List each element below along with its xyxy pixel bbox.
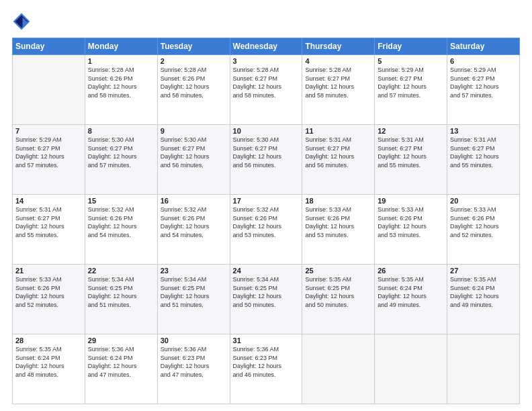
calendar-cell: 8Sunrise: 5:30 AM Sunset: 6:27 PM Daylig… — [85, 125, 157, 195]
day-info: Sunrise: 5:35 AM Sunset: 6:24 PM Dayligh… — [450, 275, 517, 309]
calendar-cell: 2Sunrise: 5:28 AM Sunset: 6:26 PM Daylig… — [157, 55, 230, 125]
calendar-cell: 30Sunrise: 5:36 AM Sunset: 6:23 PM Dayli… — [157, 334, 230, 404]
calendar-cell: 13Sunrise: 5:31 AM Sunset: 6:27 PM Dayli… — [447, 125, 520, 195]
calendar-cell: 16Sunrise: 5:32 AM Sunset: 6:26 PM Dayli… — [157, 195, 230, 265]
day-number: 2 — [161, 57, 227, 65]
weekday-friday: Friday — [375, 38, 447, 55]
calendar-table: SundayMondayTuesdayWednesdayThursdayFrid… — [12, 38, 520, 404]
day-number: 1 — [88, 57, 154, 65]
day-number: 11 — [305, 127, 371, 135]
day-number: 27 — [450, 267, 517, 275]
day-number: 17 — [233, 197, 300, 205]
calendar-cell: 17Sunrise: 5:32 AM Sunset: 6:26 PM Dayli… — [230, 195, 302, 265]
calendar-cell: 20Sunrise: 5:33 AM Sunset: 6:26 PM Dayli… — [447, 195, 520, 265]
calendar-cell: 12Sunrise: 5:31 AM Sunset: 6:27 PM Dayli… — [375, 125, 447, 195]
calendar-cell: 23Sunrise: 5:34 AM Sunset: 6:25 PM Dayli… — [157, 265, 230, 334]
day-info: Sunrise: 5:30 AM Sunset: 6:27 PM Dayligh… — [233, 136, 300, 169]
calendar-cell: 22Sunrise: 5:34 AM Sunset: 6:25 PM Dayli… — [85, 265, 157, 334]
day-info: Sunrise: 5:33 AM Sunset: 6:26 PM Dayligh… — [450, 205, 517, 239]
day-number: 23 — [161, 267, 227, 275]
calendar-cell — [302, 334, 375, 404]
calendar-week-2: 7Sunrise: 5:29 AM Sunset: 6:27 PM Daylig… — [13, 125, 520, 195]
day-number: 26 — [378, 267, 444, 275]
weekday-tuesday: Tuesday — [157, 38, 230, 55]
day-info: Sunrise: 5:31 AM Sunset: 6:27 PM Dayligh… — [450, 136, 517, 169]
day-info: Sunrise: 5:28 AM Sunset: 6:26 PM Dayligh… — [161, 66, 227, 99]
day-info: Sunrise: 5:35 AM Sunset: 6:24 PM Dayligh… — [378, 275, 444, 309]
day-info: Sunrise: 5:28 AM Sunset: 6:27 PM Dayligh… — [305, 66, 371, 99]
day-info: Sunrise: 5:35 AM Sunset: 6:24 PM Dayligh… — [15, 345, 82, 379]
calendar-cell: 24Sunrise: 5:34 AM Sunset: 6:25 PM Dayli… — [230, 265, 302, 334]
day-number: 16 — [161, 197, 227, 205]
day-info: Sunrise: 5:31 AM Sunset: 6:27 PM Dayligh… — [378, 136, 444, 169]
day-info: Sunrise: 5:29 AM Sunset: 6:27 PM Dayligh… — [15, 136, 82, 169]
calendar-cell — [375, 334, 447, 404]
day-number: 13 — [450, 127, 517, 135]
day-number: 5 — [378, 57, 444, 65]
day-number: 29 — [88, 336, 154, 345]
calendar-cell: 14Sunrise: 5:31 AM Sunset: 6:27 PM Dayli… — [13, 195, 85, 265]
day-number: 15 — [88, 197, 154, 205]
calendar-cell: 3Sunrise: 5:28 AM Sunset: 6:27 PM Daylig… — [230, 55, 302, 125]
day-number: 8 — [88, 127, 154, 135]
day-info: Sunrise: 5:33 AM Sunset: 6:26 PM Dayligh… — [378, 205, 444, 239]
day-info: Sunrise: 5:31 AM Sunset: 6:27 PM Dayligh… — [305, 136, 371, 169]
day-info: Sunrise: 5:34 AM Sunset: 6:25 PM Dayligh… — [161, 275, 227, 309]
day-number: 3 — [233, 57, 300, 65]
day-number: 6 — [450, 57, 517, 65]
day-number: 19 — [378, 197, 444, 205]
calendar-week-3: 14Sunrise: 5:31 AM Sunset: 6:27 PM Dayli… — [13, 195, 520, 265]
calendar-cell — [13, 55, 85, 125]
day-number: 25 — [305, 267, 371, 275]
day-info: Sunrise: 5:33 AM Sunset: 6:26 PM Dayligh… — [305, 205, 371, 239]
calendar-cell: 31Sunrise: 5:36 AM Sunset: 6:23 PM Dayli… — [230, 334, 302, 404]
day-info: Sunrise: 5:34 AM Sunset: 6:25 PM Dayligh… — [88, 275, 154, 309]
weekday-sunday: Sunday — [13, 38, 85, 55]
day-number: 20 — [450, 197, 517, 205]
weekday-header-row: SundayMondayTuesdayWednesdayThursdayFrid… — [13, 38, 520, 55]
logo-icon — [12, 12, 31, 31]
calendar-cell: 28Sunrise: 5:35 AM Sunset: 6:24 PM Dayli… — [13, 334, 85, 404]
day-info: Sunrise: 5:36 AM Sunset: 6:23 PM Dayligh… — [161, 345, 227, 379]
calendar-week-1: 1Sunrise: 5:28 AM Sunset: 6:26 PM Daylig… — [13, 55, 520, 125]
weekday-saturday: Saturday — [447, 38, 520, 55]
day-info: Sunrise: 5:29 AM Sunset: 6:27 PM Dayligh… — [450, 66, 517, 99]
day-number: 31 — [233, 336, 300, 345]
logo — [12, 12, 34, 31]
day-number: 22 — [88, 267, 154, 275]
day-info: Sunrise: 5:28 AM Sunset: 6:27 PM Dayligh… — [233, 66, 300, 99]
calendar-cell: 5Sunrise: 5:29 AM Sunset: 6:27 PM Daylig… — [375, 55, 447, 125]
weekday-thursday: Thursday — [302, 38, 375, 55]
day-number: 14 — [15, 197, 82, 205]
day-info: Sunrise: 5:29 AM Sunset: 6:27 PM Dayligh… — [378, 66, 444, 99]
calendar-week-4: 21Sunrise: 5:33 AM Sunset: 6:26 PM Dayli… — [13, 265, 520, 334]
day-number: 12 — [378, 127, 444, 135]
calendar-cell: 4Sunrise: 5:28 AM Sunset: 6:27 PM Daylig… — [302, 55, 375, 125]
calendar-cell: 9Sunrise: 5:30 AM Sunset: 6:27 PM Daylig… — [157, 125, 230, 195]
calendar-cell: 26Sunrise: 5:35 AM Sunset: 6:24 PM Dayli… — [375, 265, 447, 334]
day-number: 4 — [305, 57, 371, 65]
calendar-cell: 1Sunrise: 5:28 AM Sunset: 6:26 PM Daylig… — [85, 55, 157, 125]
day-number: 21 — [15, 267, 82, 275]
day-number: 18 — [305, 197, 371, 205]
calendar-cell: 19Sunrise: 5:33 AM Sunset: 6:26 PM Dayli… — [375, 195, 447, 265]
calendar-cell: 7Sunrise: 5:29 AM Sunset: 6:27 PM Daylig… — [13, 125, 85, 195]
calendar-cell: 18Sunrise: 5:33 AM Sunset: 6:26 PM Dayli… — [302, 195, 375, 265]
day-info: Sunrise: 5:36 AM Sunset: 6:24 PM Dayligh… — [88, 345, 154, 379]
day-info: Sunrise: 5:31 AM Sunset: 6:27 PM Dayligh… — [15, 205, 82, 239]
weekday-wednesday: Wednesday — [230, 38, 302, 55]
day-info: Sunrise: 5:30 AM Sunset: 6:27 PM Dayligh… — [161, 136, 227, 169]
day-number: 7 — [15, 127, 82, 135]
day-number: 9 — [161, 127, 227, 135]
calendar-cell: 27Sunrise: 5:35 AM Sunset: 6:24 PM Dayli… — [447, 265, 520, 334]
calendar-cell: 21Sunrise: 5:33 AM Sunset: 6:26 PM Dayli… — [13, 265, 85, 334]
day-info: Sunrise: 5:33 AM Sunset: 6:26 PM Dayligh… — [15, 275, 82, 309]
day-info: Sunrise: 5:32 AM Sunset: 6:26 PM Dayligh… — [233, 205, 300, 239]
calendar-cell: 15Sunrise: 5:32 AM Sunset: 6:26 PM Dayli… — [85, 195, 157, 265]
day-number: 24 — [233, 267, 300, 275]
calendar-cell: 11Sunrise: 5:31 AM Sunset: 6:27 PM Dayli… — [302, 125, 375, 195]
calendar-cell: 10Sunrise: 5:30 AM Sunset: 6:27 PM Dayli… — [230, 125, 302, 195]
calendar-week-5: 28Sunrise: 5:35 AM Sunset: 6:24 PM Dayli… — [13, 334, 520, 404]
day-info: Sunrise: 5:30 AM Sunset: 6:27 PM Dayligh… — [88, 136, 154, 169]
day-info: Sunrise: 5:36 AM Sunset: 6:23 PM Dayligh… — [233, 345, 300, 379]
